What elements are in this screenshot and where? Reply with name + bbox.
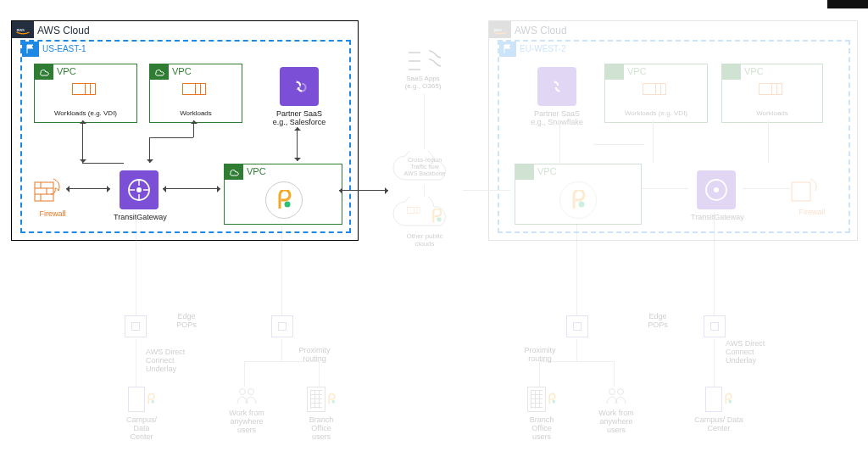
saas-apps-icon: SaaS Apps (e.g., O365) (407, 46, 442, 71)
dc-label: Campus/ Data Center (693, 415, 744, 432)
proximity-routing-label: Proximity routing (519, 346, 561, 363)
svg-text:aws: aws (494, 27, 503, 32)
vpc-icon (225, 164, 243, 180)
vpc-icon (35, 64, 53, 80)
server-icon (705, 387, 722, 412)
building-icon (307, 387, 326, 412)
work-from-anywhere-right: Work from anywhere users (593, 387, 639, 434)
cloud2-label: Other public clouds (388, 232, 461, 248)
vpc-prosimo-left: VPC (224, 164, 342, 225)
vpc-title: VPC (627, 66, 647, 76)
svg-point-27 (728, 400, 732, 404)
region-right: EU-WEST-2 Partner SaaS e.g., Snowflake V… (498, 40, 850, 233)
vpc-caption: Workloads (e.g. VDI) (605, 109, 707, 117)
firewall-label: Firewall (34, 209, 71, 218)
firewall-left: Firewall (34, 176, 71, 218)
vpc-icon (605, 64, 624, 80)
workload-icon (407, 207, 422, 220)
edge-pop-left-1 (125, 315, 147, 337)
proximity-routing-label: Proximity routing (293, 346, 336, 363)
vpc-caption: Workloads (150, 109, 242, 117)
edge-pop-icon (566, 315, 588, 337)
cloud1-line2: Traffic flow (388, 164, 461, 170)
edge-pop-right-1 (566, 315, 588, 337)
vpc-workloads-vdi: VPC Workloads (e.g. VDI) (34, 64, 137, 123)
aws-cloud-left: aws AWS Cloud US-EAST-1 VPC Workloads (e… (11, 20, 359, 241)
vpc-workloads-vdi-right: VPC Workloads (e.g. VDI) (604, 64, 708, 123)
tgw-label: TransitGateway (114, 213, 164, 221)
region-left: US-EAST-1 VPC Workloads (e.g. VDI) VPC W… (20, 40, 351, 233)
vpc-icon (722, 64, 741, 80)
transit-gateway-right: TransitGateway (691, 170, 742, 221)
firewall-label: Firewall (791, 208, 833, 216)
svg-point-25 (609, 389, 615, 395)
edge-pop-icon (704, 315, 726, 337)
svg-point-15 (579, 202, 585, 208)
users-icon (236, 387, 258, 405)
vpc-caption: Workloads (e.g. VDI) (35, 109, 136, 117)
vpc-title: VPC (247, 166, 266, 176)
svg-point-8 (136, 187, 142, 192)
wfa-label: Work from anywhere users (224, 409, 270, 434)
aws-logo-icon: aws (12, 21, 34, 38)
prosimo-icon (559, 181, 597, 219)
svg-point-17 (714, 187, 719, 192)
vpc-workloads-right: VPC Workloads (721, 64, 823, 123)
svg-rect-1 (35, 182, 53, 201)
vpc-title: VPC (57, 66, 76, 76)
saas-link-icon (537, 67, 576, 106)
vpc-title: VPC (744, 66, 764, 76)
cloud-cross-region: Cross-region Traffic flow AWS Backbone (388, 151, 461, 185)
svg-point-19 (437, 217, 441, 221)
saas-link-icon (280, 67, 319, 106)
vpc-icon (515, 164, 534, 180)
aws-cloud-right: aws AWS Cloud EU-WEST-2 Partner SaaS e.g… (488, 20, 858, 241)
prosimo-icon (265, 181, 303, 219)
region-label: EU-WEST-2 (520, 44, 565, 53)
firewall-icon (34, 176, 63, 204)
cloud1-line3: AWS Backbone (388, 170, 461, 177)
saas-label: Partner SaaS e.g., Snowflake (526, 109, 587, 126)
edge-pop-right-2 (704, 315, 726, 337)
region-flag-icon (22, 42, 39, 57)
workload-icon (759, 83, 786, 107)
workload-icon (72, 83, 99, 107)
saas-apps-label: SaaS Apps (e.g., O365) (393, 75, 453, 90)
vpc-caption: Workloads (722, 109, 822, 117)
campus-data-center-left: Campus/ Data Center (119, 387, 164, 441)
cloud-other-public: Other public clouds (388, 197, 461, 231)
branch-label: Branch Office users (298, 415, 344, 441)
building-icon (527, 387, 546, 412)
cloud1-line1: Cross-region (388, 157, 461, 164)
branch-label: Branch Office users (519, 415, 565, 441)
aws-cloud-title: AWS Cloud (515, 25, 567, 36)
vpc-title: VPC (537, 166, 557, 176)
campus-data-center-right: Campus/ Data Center (693, 387, 744, 432)
workload-icon (182, 83, 209, 107)
firewall-icon (791, 176, 820, 204)
users-icon (605, 387, 627, 405)
prosimo-mark-icon (147, 387, 155, 412)
svg-rect-18 (792, 182, 810, 201)
dc-label: Campus/ Data Center (119, 415, 164, 441)
svg-text:aws: aws (17, 27, 25, 32)
edge-pop-icon (271, 315, 293, 337)
region-flag-icon (499, 42, 516, 57)
edge-pop-label: Edge POPs (641, 312, 675, 329)
tgw-label: TransitGateway (691, 213, 742, 221)
work-from-anywhere-left: Work from anywhere users (224, 387, 270, 434)
edge-pop-label: Edge POPs (170, 312, 203, 329)
partner-saas-snowflake: Partner SaaS e.g., Snowflake (526, 67, 587, 126)
edge-pop-left-2 (271, 315, 293, 337)
browser-tab-stub (827, 0, 868, 8)
firewall-right: Firewall (791, 176, 833, 216)
branch-office-left: Branch Office users (298, 387, 344, 441)
svg-point-26 (618, 389, 624, 395)
svg-point-13 (285, 202, 291, 208)
aws-logo-icon: aws (489, 21, 511, 38)
edge-pop-icon (125, 315, 147, 337)
svg-point-22 (248, 389, 254, 395)
svg-point-21 (240, 389, 246, 395)
vpc-workloads: VPC Workloads (149, 64, 242, 123)
vpc-icon (150, 64, 169, 80)
